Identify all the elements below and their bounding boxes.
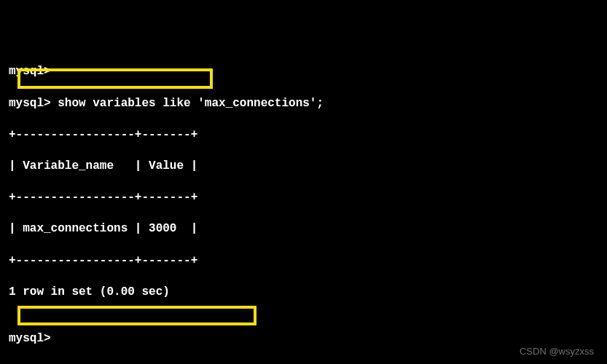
table-row: | max_connections | 3000 | (9, 221, 598, 237)
table-header: | Variable_name | Value | (9, 159, 598, 175)
table-border: +-----------------+-------+ (9, 127, 598, 143)
watermark: CSDN @wsyzxss (520, 345, 594, 358)
table-border: +-----------------+-------+ (9, 190, 598, 206)
terminal-line[interactable]: mysql> (9, 331, 598, 347)
table-border: +-----------------+-------+ (9, 253, 598, 269)
highlight-box-max-used-connections (17, 306, 256, 325)
terminal-line[interactable]: mysql> (9, 64, 598, 80)
result-summary: 1 row in set (0.00 sec) (9, 285, 598, 301)
terminal-line[interactable]: mysql> show variables like 'max_connecti… (9, 96, 598, 112)
